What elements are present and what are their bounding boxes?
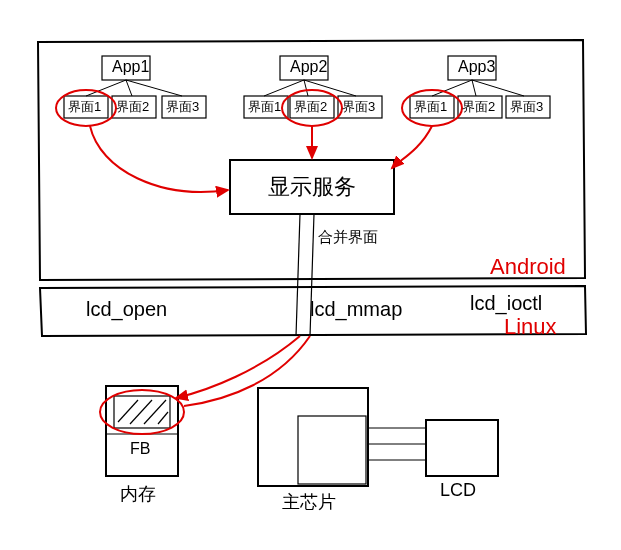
svg-line-3 — [264, 80, 304, 96]
svg-line-12 — [130, 400, 152, 424]
lcd-open-label: lcd_open — [86, 298, 167, 321]
svg-line-5 — [304, 80, 356, 96]
svg-line-6 — [432, 80, 472, 96]
chip-inner-box — [298, 416, 366, 484]
svg-line-1 — [126, 80, 132, 96]
app1-surface2-label: 界面2 — [116, 98, 149, 116]
svg-line-2 — [126, 80, 182, 96]
svg-line-0 — [86, 80, 126, 96]
app3-surface3-label: 界面3 — [510, 98, 543, 116]
chip-label: 主芯片 — [282, 490, 336, 514]
app1-surface3-label: 界面3 — [166, 98, 199, 116]
chip-box — [258, 388, 368, 486]
app3-label: App3 — [458, 58, 495, 76]
svg-line-8 — [472, 80, 524, 96]
app2-surface3-label: 界面3 — [342, 98, 375, 116]
lcd-mmap-label: lcd_mmap — [310, 298, 402, 321]
app3-surface2-label: 界面2 — [462, 98, 495, 116]
svg-line-4 — [304, 80, 308, 96]
lcd-box — [426, 420, 498, 476]
svg-line-7 — [472, 80, 476, 96]
app3-surface1-label: 界面1 — [414, 98, 447, 116]
fb-label: FB — [130, 440, 150, 458]
android-layer-label: Android — [490, 254, 566, 280]
arrow-app1-to-service — [90, 126, 228, 192]
red-circle-fb — [100, 390, 184, 434]
svg-line-14 — [158, 412, 168, 424]
app1-surface1-label: 界面1 — [68, 98, 101, 116]
app2-surface1-label: 界面1 — [248, 98, 281, 116]
app2-surface2-label: 界面2 — [294, 98, 327, 116]
lcd-label: LCD — [440, 480, 476, 501]
arrow-app3-to-service — [392, 126, 432, 168]
android-layer-box — [38, 40, 585, 280]
arrow-mmap-to-fb-2 — [184, 336, 310, 406]
svg-line-11 — [118, 400, 138, 422]
linux-layer-label: Linux — [504, 314, 557, 340]
svg-line-13 — [144, 400, 166, 424]
memory-label: 内存 — [120, 482, 156, 506]
fb-buffer-box — [114, 396, 170, 428]
memory-box — [106, 386, 178, 476]
app2-label: App2 — [290, 58, 327, 76]
app1-label: App1 — [112, 58, 149, 76]
svg-line-9 — [296, 214, 300, 336]
arrow-mmap-to-fb-1 — [176, 336, 300, 398]
display-service-label: 显示服务 — [268, 172, 356, 202]
lcd-ioctl-label: lcd_ioctl — [470, 292, 542, 315]
merge-label: 合并界面 — [318, 228, 378, 247]
